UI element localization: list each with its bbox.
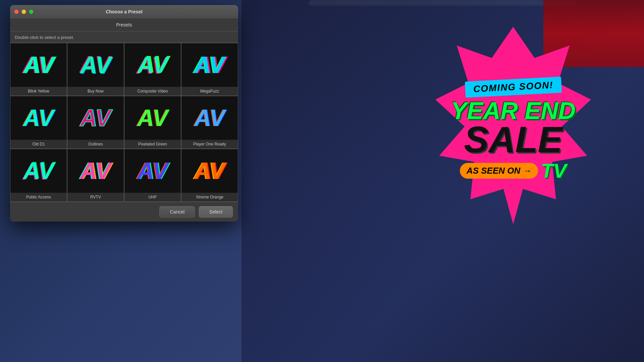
av-preview-pixelated-green: AV xyxy=(137,105,168,131)
av-preview-player-one: AV xyxy=(194,105,225,131)
preset-thumbnail-composite-video: AV xyxy=(124,43,181,87)
close-button[interactable] xyxy=(14,9,19,14)
badge-content: COMING SOON! YEAR END SALE AS SEEN ON → … xyxy=(416,27,610,235)
sale-text: SALE xyxy=(464,123,562,156)
preset-thumbnail-buy-now: AV xyxy=(67,43,124,87)
av-preview-composite-video: AV xyxy=(137,52,168,78)
instruction-text: Double-click to select a preset. xyxy=(10,32,238,43)
av-preview-blink-yellow: AV xyxy=(23,52,54,78)
preset-thumbnail-blink-yellow: AV xyxy=(10,43,67,87)
tv-text: TV xyxy=(541,159,567,182)
av-preview-old-d1: AV xyxy=(23,105,54,131)
title-bar: Choose a Preset xyxy=(10,5,238,18)
preset-label-outlines: Outlines xyxy=(67,140,124,148)
preset-outlines[interactable]: AV Outlines xyxy=(67,96,124,149)
preset-thumbnail-megafuzz: AV xyxy=(181,43,238,87)
presets-header-text: Presets xyxy=(116,22,132,27)
as-seen-on-container: AS SEEN ON → TV xyxy=(460,159,567,182)
preset-label-blink-yellow: Blink Yellow xyxy=(10,87,67,96)
preset-buy-now[interactable]: AV Buy Now xyxy=(67,43,124,96)
preset-thumbnail-pixelated-green: AV xyxy=(124,96,181,140)
sale-badge: COMING SOON! YEAR END SALE AS SEEN ON → … xyxy=(416,27,610,235)
sale-badge-container: COMING SOON! YEAR END SALE AS SEEN ON → … xyxy=(416,27,610,235)
preset-thumbnail-uhf: AV xyxy=(124,149,181,193)
preset-thumbnail-rvtv: AV xyxy=(67,149,124,193)
window-title: Choose a Preset xyxy=(106,9,143,14)
av-preview-public-access: AV xyxy=(23,158,54,184)
preset-label-xtreme-orange: Xtreme Orange xyxy=(181,193,238,201)
preset-xtreme-orange[interactable]: AV Xtreme Orange xyxy=(181,149,238,202)
preset-blink-yellow[interactable]: AV Blink Yellow xyxy=(10,43,67,96)
av-preview-xtreme-orange: AV xyxy=(194,158,225,184)
preset-uhf[interactable]: AV UHF xyxy=(124,149,181,202)
preset-composite-video[interactable]: AV Composite Video xyxy=(124,43,181,96)
preset-label-buy-now: Buy Now xyxy=(67,87,124,96)
preset-megafuzz[interactable]: AV MegaFuzz xyxy=(181,43,238,96)
preset-thumbnail-xtreme-orange: AV xyxy=(181,149,238,193)
preset-thumbnail-old-d1: AV xyxy=(10,96,67,140)
preset-thumbnail-player-one: AV xyxy=(181,96,238,140)
preset-label-uhf: UHF xyxy=(124,193,181,201)
av-preview-megafuzz: AV xyxy=(194,52,225,78)
preset-label-rvtv: RVTV xyxy=(67,193,124,201)
window-controls xyxy=(14,9,34,14)
preset-public-access[interactable]: AV Public Access xyxy=(10,149,67,202)
preset-old-d1[interactable]: AV Old D1 xyxy=(10,96,67,149)
preset-label-pixelated-green: Pixelated Green xyxy=(124,140,181,148)
minimize-button[interactable] xyxy=(21,9,26,14)
av-preview-buy-now: AV xyxy=(80,52,111,78)
choose-preset-dialog: Choose a Preset Presets Double-click to … xyxy=(10,5,238,222)
as-seen-on-text: AS SEEN ON → xyxy=(460,163,538,179)
preset-label-old-d1: Old D1 xyxy=(10,140,67,148)
presets-header: Presets xyxy=(10,18,238,32)
select-button[interactable]: Select xyxy=(199,206,233,218)
av-preview-outlines: AV xyxy=(80,105,111,131)
preset-pixelated-green[interactable]: AV Pixelated Green xyxy=(124,96,181,149)
preset-label-megafuzz: MegaFuzz xyxy=(181,87,238,96)
preset-thumbnail-public-access: AV xyxy=(10,149,67,193)
preset-player-one[interactable]: AV Player One Ready xyxy=(181,96,238,149)
av-preview-uhf: AV xyxy=(137,158,168,184)
av-preview-rvtv: AV xyxy=(80,158,111,184)
dialog-footer: Cancel Select xyxy=(10,202,238,222)
coming-soon-text: COMING SOON! xyxy=(465,77,562,98)
preset-label-player-one: Player One Ready xyxy=(181,140,238,148)
cancel-button[interactable]: Cancel xyxy=(159,206,195,218)
maximize-button[interactable] xyxy=(29,9,34,14)
presets-grid: AV Blink Yellow AV Buy Now AV Composite … xyxy=(10,43,238,202)
preset-label-public-access: Public Access xyxy=(10,193,67,201)
preset-thumbnail-outlines: AV xyxy=(67,96,124,140)
preset-label-composite-video: Composite Video xyxy=(124,87,181,96)
preset-rvtv[interactable]: AV RVTV xyxy=(67,149,124,202)
